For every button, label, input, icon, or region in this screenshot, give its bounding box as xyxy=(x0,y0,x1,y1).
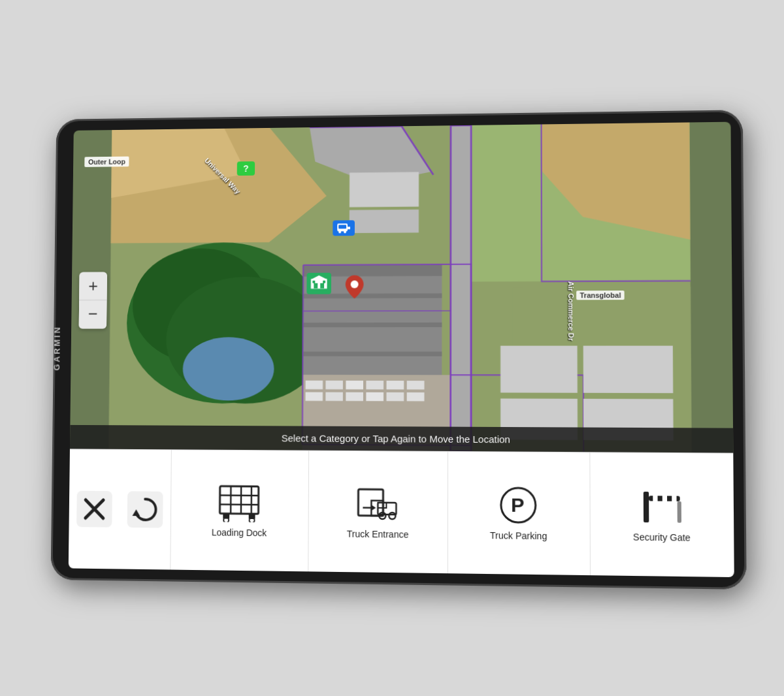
warehouse-icon xyxy=(310,274,328,290)
svg-rect-46 xyxy=(320,283,324,289)
air-commerce-label: Air Commerce Dr xyxy=(567,281,575,341)
svg-rect-77 xyxy=(653,496,657,501)
loading-dock-label: Loading Dock xyxy=(212,527,267,538)
location-pin[interactable] xyxy=(346,275,364,301)
svg-marker-72 xyxy=(370,505,376,511)
svg-rect-14 xyxy=(302,351,442,356)
svg-rect-25 xyxy=(346,392,363,401)
truck-entrance-icon xyxy=(355,484,400,524)
zoom-out-button[interactable]: − xyxy=(79,300,107,328)
security-gate-icon xyxy=(638,486,685,527)
svg-rect-27 xyxy=(386,392,404,401)
svg-rect-29 xyxy=(451,125,472,451)
svg-point-70 xyxy=(389,513,395,519)
loading-dock-icon xyxy=(217,483,262,523)
zoom-controls: + − xyxy=(79,272,107,328)
security-gate-label: Security Gate xyxy=(633,531,691,543)
transglobal-label: Transglobal xyxy=(576,291,624,300)
svg-rect-75 xyxy=(644,492,649,522)
svg-marker-44 xyxy=(311,276,327,279)
svg-rect-18 xyxy=(325,381,343,389)
svg-rect-28 xyxy=(407,392,425,401)
svg-rect-39 xyxy=(338,225,346,229)
svg-rect-23 xyxy=(305,392,323,401)
truck-parking-label: Truck Parking xyxy=(490,530,547,541)
map-area[interactable]: Outer Loop Universal Way Air Commerce Dr… xyxy=(70,122,733,453)
svg-line-60 xyxy=(220,505,259,505)
outer-loop-label: Outer Loop xyxy=(84,157,129,167)
svg-rect-33 xyxy=(583,346,674,394)
bus-icon xyxy=(336,222,351,234)
svg-rect-21 xyxy=(386,381,404,389)
garmin-device: GARMIN xyxy=(51,110,747,590)
svg-rect-13 xyxy=(303,323,442,327)
refresh-icon xyxy=(127,491,163,528)
truck-entrance-button[interactable]: Truck Entrance xyxy=(308,451,448,574)
svg-rect-20 xyxy=(366,381,384,389)
svg-line-59 xyxy=(220,496,259,496)
svg-rect-80 xyxy=(677,501,681,523)
facility-marker xyxy=(306,273,331,294)
svg-rect-36 xyxy=(350,172,419,207)
transit-marker xyxy=(333,220,355,236)
status-message: Select a Category or Tap Again to Move t… xyxy=(282,432,510,445)
action-bar: Loading Dock xyxy=(69,449,734,577)
svg-rect-53 xyxy=(127,491,163,528)
svg-rect-26 xyxy=(366,392,384,401)
svg-rect-24 xyxy=(325,392,343,401)
loading-dock-button[interactable]: Loading Dock xyxy=(170,450,308,571)
svg-rect-22 xyxy=(407,381,425,389)
truck-parking-button[interactable]: P Truck Parking xyxy=(448,452,590,575)
svg-rect-48 xyxy=(323,281,325,283)
svg-rect-32 xyxy=(500,346,578,393)
status-bar: Select a Category or Tap Again to Move t… xyxy=(70,425,733,453)
svg-rect-78 xyxy=(662,496,667,501)
svg-rect-17 xyxy=(306,381,323,389)
close-button[interactable] xyxy=(69,467,120,552)
svg-rect-19 xyxy=(346,381,363,389)
refresh-button[interactable] xyxy=(120,467,171,552)
close-icon xyxy=(76,491,112,528)
svg-text:P: P xyxy=(511,494,524,516)
security-gate-button[interactable]: Security Gate xyxy=(589,452,734,577)
svg-rect-79 xyxy=(672,496,676,501)
brand-label: GARMIN xyxy=(52,325,62,370)
svg-point-49 xyxy=(351,280,359,288)
truck-parking-icon: P xyxy=(495,485,542,526)
svg-marker-42 xyxy=(348,227,350,229)
svg-rect-37 xyxy=(350,210,419,233)
svg-point-6 xyxy=(182,337,274,400)
svg-rect-47 xyxy=(312,281,315,283)
screen: Outer Loop Universal Way Air Commerce Dr… xyxy=(69,122,734,577)
truck-entrance-label: Truck Entrance xyxy=(347,529,409,540)
question-marker: ? xyxy=(237,161,255,176)
zoom-in-button[interactable]: + xyxy=(79,272,107,300)
svg-rect-45 xyxy=(314,283,318,289)
svg-rect-55 xyxy=(220,486,259,514)
question-icon: ? xyxy=(243,163,248,174)
